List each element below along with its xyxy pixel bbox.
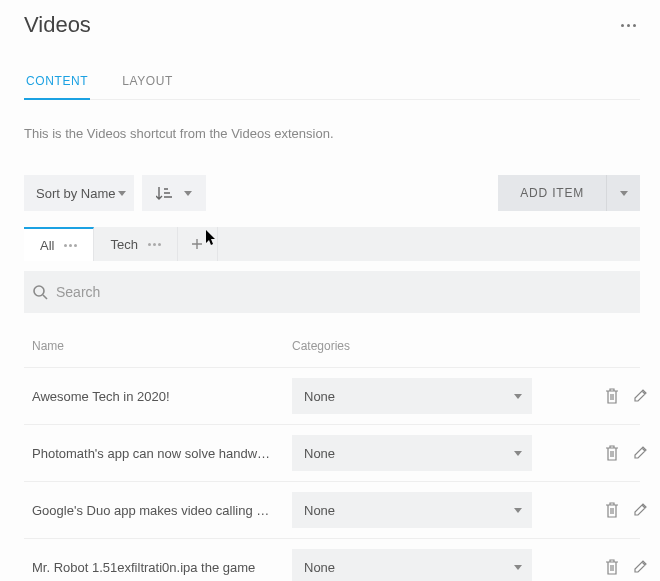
category-value: None [304, 446, 335, 461]
delete-button[interactable] [605, 445, 619, 461]
filter-tab-label: Tech [110, 237, 137, 252]
edit-button[interactable] [633, 445, 648, 461]
filter-tab-menu-icon[interactable] [148, 243, 161, 246]
filter-tab-label: All [40, 238, 54, 253]
sort-label: Sort by Name [36, 186, 115, 201]
filter-tab-menu-icon[interactable] [64, 244, 77, 247]
category-select[interactable]: None [292, 435, 532, 471]
column-header-categories: Categories [292, 339, 552, 353]
column-header-name: Name [32, 339, 292, 353]
add-item-menu-button[interactable] [606, 175, 640, 211]
category-select[interactable]: None [292, 492, 532, 528]
delete-button[interactable] [605, 559, 619, 575]
add-filter-tab-button[interactable] [178, 227, 218, 261]
delete-button[interactable] [605, 388, 619, 404]
category-value: None [304, 389, 335, 404]
chevron-down-icon [514, 508, 522, 513]
add-item-button[interactable]: ADD ITEM [498, 175, 606, 211]
chevron-down-icon [514, 394, 522, 399]
category-select[interactable]: None [292, 549, 532, 581]
search-input[interactable] [48, 284, 632, 300]
table-row: Mr. Robot 1.51exfiltrati0n.ipa the game … [24, 539, 640, 581]
chevron-down-icon [514, 451, 522, 456]
chevron-down-icon [118, 191, 126, 196]
page-description: This is the Videos shortcut from the Vid… [24, 126, 640, 141]
chevron-down-icon [620, 191, 628, 196]
plus-icon [191, 238, 203, 250]
category-select[interactable]: None [292, 378, 532, 414]
row-name: Photomath's app can now solve handwritte… [32, 446, 292, 461]
edit-button[interactable] [633, 388, 648, 404]
category-value: None [304, 503, 335, 518]
edit-button[interactable] [633, 559, 648, 575]
page-title: Videos [24, 12, 91, 38]
chevron-down-icon [514, 565, 522, 570]
filter-tab-all[interactable]: All [24, 227, 94, 261]
svg-point-0 [34, 286, 44, 296]
table-row: Google's Duo app makes video calling as … [24, 482, 640, 539]
search-icon [32, 284, 48, 300]
chevron-down-icon [184, 191, 192, 196]
delete-button[interactable] [605, 502, 619, 518]
sort-direction-icon [156, 186, 172, 200]
main-tabs: CONTENT LAYOUT [24, 66, 640, 100]
row-name: Awesome Tech in 2020! [32, 389, 292, 404]
filter-tab-tech[interactable]: Tech [94, 227, 177, 261]
tab-content[interactable]: CONTENT [24, 66, 90, 100]
row-name: Mr. Robot 1.51exfiltrati0n.ipa the game [32, 560, 292, 575]
edit-button[interactable] [633, 502, 648, 518]
page-more-menu[interactable] [617, 20, 640, 31]
table-row: Photomath's app can now solve handwritte… [24, 425, 640, 482]
category-value: None [304, 560, 335, 575]
sort-direction-select[interactable] [142, 175, 206, 211]
table-row: Awesome Tech in 2020! None [24, 368, 640, 425]
row-name: Google's Duo app makes video calling as … [32, 503, 292, 518]
sort-select[interactable]: Sort by Name [24, 175, 134, 211]
tab-layout[interactable]: LAYOUT [120, 66, 175, 99]
